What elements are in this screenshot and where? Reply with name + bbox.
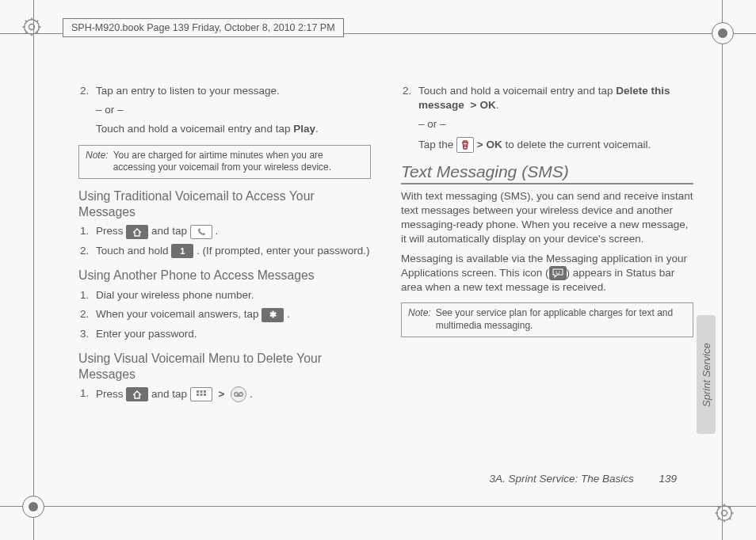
list-item: 2. Tap an entry to listen to your messag…: [96, 84, 371, 98]
subheading: Using Another Phone to Access Messages: [78, 268, 371, 283]
gear-icon: [713, 502, 735, 524]
left-column: 2. Tap an entry to listen to your messag…: [78, 79, 371, 469]
svg-rect-7: [197, 394, 199, 396]
svg-point-13: [559, 272, 560, 273]
app-grid-icon: [190, 387, 212, 401]
section-heading: Text Messaging (SMS): [401, 162, 693, 184]
registration-mark-bl: [22, 496, 44, 518]
list-item: 1. Dial your wireless phone number.: [96, 288, 371, 302]
crop-line-left: [33, 0, 34, 540]
svg-rect-4: [197, 390, 199, 393]
chevron-right-icon: >: [219, 388, 225, 400]
text: Press: [96, 388, 126, 400]
list-number: 1.: [80, 386, 89, 401]
text: and tap: [151, 388, 190, 400]
text: >: [477, 138, 487, 150]
gear-icon: [21, 16, 43, 38]
list-item: 1. Press and tap > .: [96, 386, 371, 402]
step-text: Touch and hold a voicemail entry and tap…: [78, 122, 371, 136]
note-label: Note:: [408, 307, 431, 332]
crop-line-right: [722, 0, 723, 540]
or-separator: – or –: [401, 117, 693, 131]
list-item: 2. Touch and hold a voicemail entry and …: [418, 84, 693, 112]
star-key-icon: ✱: [262, 308, 284, 322]
ok-label: OK: [486, 138, 502, 150]
crop-line-bottom: [0, 506, 756, 507]
list-item: 1. Press and tap .: [96, 224, 371, 238]
list-item: 3. Enter your password.: [96, 327, 371, 341]
text: Dial your wireless phone number.: [96, 289, 254, 301]
play-label: Play: [293, 123, 315, 135]
svg-rect-6: [204, 390, 206, 393]
registration-mark-tr: [712, 22, 734, 44]
list-number: 2.: [80, 307, 89, 321]
text: and tap: [151, 225, 190, 237]
phone-icon: [190, 225, 212, 239]
key-1-icon: 1: [171, 244, 193, 258]
home-icon: [126, 225, 148, 239]
list-item: 2. Touch and hold 1 . (If prompted, ente…: [96, 244, 371, 258]
text: Touch and hold: [96, 245, 171, 257]
paragraph: With text messaging (SMS), you can send …: [401, 189, 693, 247]
list-number: 3.: [80, 327, 89, 341]
text: Tap the: [418, 138, 456, 150]
subheading: Using Traditional Voicemail to Access Yo…: [78, 188, 371, 219]
ok-label: OK: [479, 99, 495, 111]
step-text: Tap an entry to listen to your message.: [96, 85, 280, 97]
trash-icon: [456, 137, 474, 153]
svg-point-12: [556, 272, 557, 273]
list-number: 2.: [403, 84, 411, 98]
crop-header: SPH-M920.book Page 139 Friday, October 8…: [63, 18, 344, 37]
svg-point-0: [29, 25, 35, 30]
svg-rect-9: [204, 394, 206, 396]
note-box: Note: You are charged for airtime minute…: [78, 145, 371, 179]
text: to delete the current voicemail.: [502, 138, 651, 150]
footer-section: 3A. Sprint Service: The Basics: [489, 473, 633, 485]
chevron-right-icon: >: [471, 99, 477, 111]
text: Enter your password.: [96, 328, 197, 340]
section-tab: Sprint Service: [697, 315, 716, 434]
text: . (If prompted, enter your password.): [197, 245, 369, 257]
page-content: 2. Tap an entry to listen to your messag…: [78, 79, 693, 469]
svg-rect-8: [200, 394, 202, 396]
note-box: Note: See your service plan for applicab…: [401, 302, 693, 337]
list-item: 2. When your voicemail answers, tap ✱ .: [96, 307, 371, 321]
list-number: 1.: [80, 224, 89, 238]
svg-rect-5: [200, 390, 202, 393]
note-text: You are charged for airtime minutes when…: [113, 150, 364, 174]
page-number: 139: [659, 473, 677, 485]
page-footer: 3A. Sprint Service: The Basics 139: [489, 473, 677, 485]
subheading: Using Visual Voicemail Menu to Delete Yo…: [78, 351, 371, 382]
message-icon: [549, 266, 567, 280]
section-tab-label: Sprint Service: [701, 343, 712, 407]
svg-point-2: [722, 511, 727, 516]
note-text: See your service plan for applicable cha…: [436, 307, 686, 332]
text: Press: [96, 225, 126, 237]
list-number: 2.: [80, 84, 89, 98]
paragraph: Messaging is available via the Messaging…: [401, 252, 693, 295]
text: When your voicemail answers, tap: [96, 308, 262, 320]
home-icon: [126, 387, 148, 401]
or-separator: – or –: [78, 103, 371, 117]
text: Touch and hold a voicemail entry and tap: [418, 85, 616, 97]
list-number: 1.: [80, 288, 89, 302]
voicemail-icon: [231, 386, 246, 402]
step-text: Tap the > OK to delete the current voice…: [401, 137, 693, 153]
note-label: Note:: [86, 150, 109, 174]
list-number: 2.: [80, 244, 89, 258]
right-column: 2. Touch and hold a voicemail entry and …: [401, 79, 693, 469]
text: Touch and hold a voicemail entry and tap: [96, 123, 293, 135]
